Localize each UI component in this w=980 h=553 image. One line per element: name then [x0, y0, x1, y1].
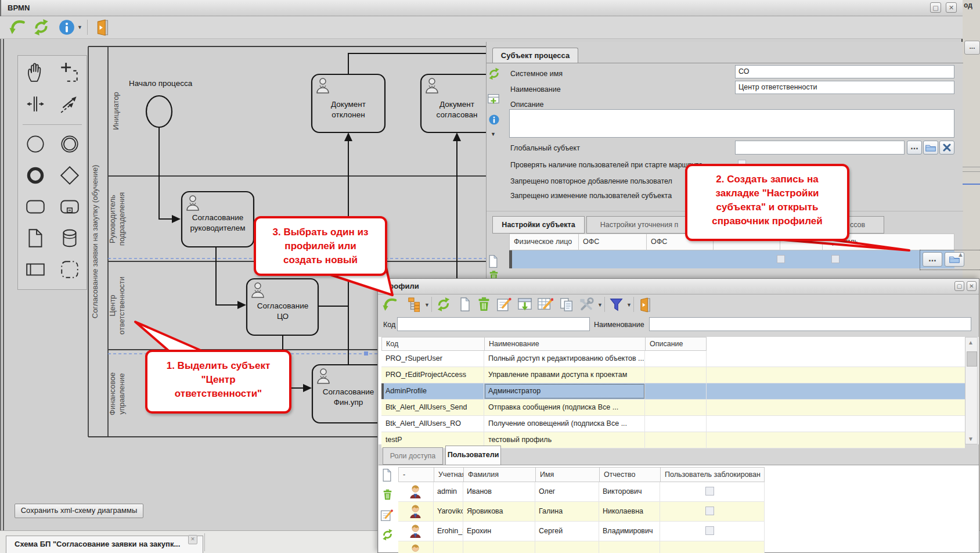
tools-icon[interactable] — [579, 297, 595, 312]
global-subject-folder-button[interactable] — [923, 141, 938, 155]
column-header-lastname[interactable]: Фамилия — [464, 468, 536, 482]
profiles-maximize-button[interactable]: ▢ — [954, 281, 964, 291]
filter-caret[interactable]: ▼ — [626, 302, 632, 308]
task-shape-icon[interactable] — [24, 196, 46, 218]
tab-users[interactable]: Пользователи — [445, 446, 501, 465]
global-subject-more-button[interactable]: ... — [907, 141, 922, 155]
column-header-login[interactable]: Учетная ... — [434, 468, 464, 482]
users-edit-icon[interactable] — [380, 509, 394, 522]
profile-row[interactable]: Btk_Alert_AllUsers_ROПолучение оповещени… — [381, 416, 965, 432]
system-name-field[interactable]: СО — [735, 65, 954, 78]
table-edit-icon[interactable] — [537, 297, 553, 312]
task-doc-rejected[interactable]: Документ отклонен — [312, 74, 385, 132]
tab-subject-settings[interactable]: Настройки субъекта — [492, 216, 585, 234]
panel-refresh-icon[interactable] — [488, 67, 500, 80]
document-tab-close-icon[interactable]: ✕ — [188, 535, 197, 544]
task-doc-approved[interactable]: Документ согласован — [421, 74, 494, 132]
column-header-middlename[interactable]: Отчество — [600, 468, 661, 482]
marquee-select-icon[interactable] — [59, 62, 81, 84]
datastore-shape-icon[interactable] — [59, 227, 81, 249]
settings-scroll-up-icon[interactable]: ▲ — [957, 251, 964, 258]
check-users-at-start-label: Проверять наличие пользователей при стар… — [510, 161, 702, 169]
hierarchy-icon[interactable] — [407, 297, 422, 312]
intermediate-event-shape-icon[interactable] — [59, 133, 81, 155]
settings-selected-row[interactable]: ... — [509, 250, 954, 268]
column-header[interactable]: Физическое лицо — [510, 234, 579, 250]
pan-hand-icon[interactable] — [24, 62, 46, 84]
connector-tool-icon[interactable] — [59, 93, 81, 115]
user-blocked-checkbox[interactable] — [705, 487, 714, 495]
scroll-down-icon[interactable]: ▼ — [968, 436, 974, 442]
panel-strip-caret[interactable]: ▼ — [491, 131, 496, 137]
pool-shape-icon[interactable] — [24, 258, 46, 281]
settings-new-record-icon[interactable] — [488, 254, 499, 268]
profiles-delete-icon[interactable] — [477, 296, 491, 312]
column-header-dash[interactable]: - — [399, 468, 434, 482]
selection-handle[interactable] — [364, 351, 368, 356]
user-row[interactable]: Erohin_SVЕрохинСергейВладимирович — [398, 522, 765, 541]
user-avatar-cell — [398, 541, 434, 553]
start-event-shape-icon[interactable] — [24, 133, 46, 155]
name-field[interactable]: Центр ответственности — [735, 81, 954, 94]
users-delete-icon[interactable] — [382, 489, 393, 501]
profiles-exit-icon[interactable] — [638, 297, 654, 313]
panel-info-icon[interactable] — [488, 114, 500, 125]
users-new-icon[interactable] — [381, 468, 392, 482]
profiles-scrollbar[interactable]: ▲ ▼ — [965, 337, 978, 444]
diagram-document-tab[interactable]: Схема БП "Согласование заявки на закупк.… — [6, 536, 203, 553]
scroll-thumb[interactable] — [967, 351, 977, 367]
document-shape-icon[interactable] — [24, 227, 46, 249]
end-event-shape-icon[interactable] — [24, 164, 46, 186]
description-field[interactable] — [509, 109, 954, 138]
user-blocked-checkbox[interactable] — [705, 526, 714, 535]
settings-row-checkbox[interactable] — [831, 255, 840, 263]
profile-row[interactable]: AdminProfileАдминистратор — [381, 383, 965, 400]
profile-more-button[interactable]: ... — [923, 252, 942, 267]
column-header-name[interactable]: Наименование — [484, 337, 645, 351]
user-row[interactable]: YarovikovaЯровиковаГалинаНиколаевна — [398, 502, 765, 522]
code-filter-input[interactable] — [397, 317, 590, 331]
scroll-up-icon[interactable]: ▲ — [968, 339, 974, 346]
user-row[interactable] — [398, 541, 765, 553]
tab-access-roles[interactable]: Роли доступа — [383, 447, 443, 465]
tab-subject-process[interactable]: Субъект процесса — [492, 48, 578, 63]
profiles-refresh-icon[interactable] — [436, 297, 451, 312]
user-blocked-checkbox[interactable] — [705, 507, 714, 515]
users-refresh-icon[interactable] — [381, 529, 394, 541]
column-header-firstname[interactable]: Имя — [536, 468, 600, 482]
column-header-blocked[interactable]: Пользователь заблокирован — [661, 468, 764, 482]
global-subject-clear-button[interactable] — [939, 141, 954, 155]
subprocess-shape-icon[interactable] — [59, 196, 81, 218]
panel-add-record-icon[interactable] — [487, 92, 500, 105]
tools-caret[interactable]: ▼ — [597, 302, 603, 308]
space-tool-icon[interactable] — [24, 93, 46, 115]
profiles-new-icon[interactable] — [458, 297, 472, 312]
subject-panel: Субъект процесса ▼ Системное имя СО Наим… — [486, 42, 963, 278]
column-header-code[interactable]: Код — [381, 337, 484, 351]
gateway-shape-icon[interactable] — [59, 164, 81, 186]
task-approve-co[interactable]: Согласование ЦО — [247, 279, 318, 335]
column-header[interactable]: ОФС — [579, 234, 647, 250]
profiles-edit-icon[interactable] — [496, 297, 512, 312]
column-header-desc[interactable]: Описание — [645, 337, 707, 351]
settings-row-checkbox[interactable] — [777, 255, 785, 263]
filter-icon[interactable] — [609, 297, 624, 312]
profiles-close-button[interactable]: ✕ — [967, 281, 977, 291]
global-subject-field[interactable] — [735, 141, 905, 155]
lane-label-responsibility-center[interactable]: Центр ответственности — [108, 276, 126, 335]
copy-icon[interactable] — [559, 297, 574, 312]
group-shape-icon[interactable] — [59, 258, 81, 281]
table-insert-icon[interactable] — [517, 297, 532, 311]
tab-refinement-settings[interactable]: Настройки уточнения п — [586, 216, 692, 234]
profile-row[interactable]: PRO_rSuperUserПолный доступ к редактиров… — [381, 351, 965, 367]
task-approve-finance[interactable]: Согласование Фин.упр — [312, 365, 385, 423]
name-filter-input[interactable] — [649, 317, 971, 331]
profile-row[interactable]: Btk_Alert_AllUsers_SendОтправка сообщени… — [381, 400, 965, 416]
profile-row[interactable]: PRO_rEditProjectAccessУправление правами… — [381, 367, 965, 383]
start-event[interactable] — [146, 96, 172, 127]
save-xml-button[interactable]: Сохранить xml-схему диаграммы — [15, 504, 143, 518]
profiles-back-icon[interactable] — [383, 297, 398, 313]
hierarchy-caret[interactable]: ▼ — [424, 302, 430, 308]
user-row[interactable]: adminИвановОлегВикторович — [398, 482, 765, 502]
task-approve-manager[interactable]: Согласование руководителем — [182, 192, 254, 247]
